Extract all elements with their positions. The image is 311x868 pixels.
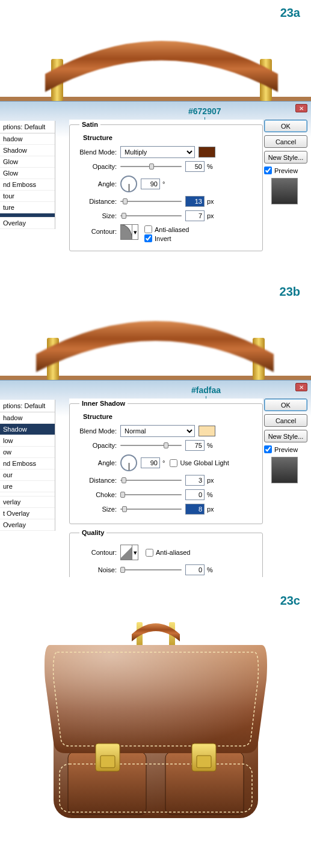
contour-label: Contour: [76, 224, 120, 235]
svg-rect-16 [197, 756, 211, 768]
distance-unit: px [207, 477, 214, 484]
style-item[interactable]: Glow [0, 168, 55, 179]
noise-slider[interactable] [120, 566, 182, 574]
noise-label: Noise: [76, 566, 120, 573]
size-input[interactable] [185, 504, 205, 515]
layer-style-dialog-a: ✕ #672907 ptions: Default hadow Shadow G… [0, 101, 311, 268]
style-item[interactable]: tour [0, 191, 55, 202]
angle-label: Angle: [76, 459, 120, 466]
opacity-input[interactable] [185, 440, 205, 451]
style-item[interactable]: hadow [0, 412, 55, 424]
cancel-button[interactable]: Cancel [264, 135, 307, 148]
satin-panel: Satin Structure Blend Mode: Multiply Opa… [69, 120, 263, 256]
style-item[interactable]: nd Emboss [0, 179, 55, 191]
distance-input[interactable] [185, 475, 205, 486]
preview-thumbnail [271, 457, 298, 483]
angle-label: Angle: [76, 180, 120, 188]
noise-unit: % [207, 566, 213, 573]
style-item-selected[interactable] [0, 213, 55, 218]
angle-dial[interactable] [120, 176, 137, 192]
final-result [0, 608, 311, 848]
style-item[interactable]: t Overlay [0, 508, 55, 519]
blend-mode-label: Blend Mode: [76, 148, 120, 156]
styles-list-a: ptions: Default hadow Shadow Glow Glow n… [0, 121, 55, 229]
style-item[interactable]: low [0, 435, 55, 447]
style-item[interactable]: our [0, 469, 55, 481]
angle-dial[interactable] [120, 454, 137, 471]
style-item[interactable]: hadow [0, 133, 55, 145]
size-unit: px [207, 506, 214, 513]
color-swatch[interactable] [199, 426, 215, 436]
styles-header: ptions: Default [0, 121, 55, 133]
blend-mode-select[interactable]: Normal [120, 425, 195, 437]
opacity-slider[interactable] [120, 441, 182, 450]
angle-input[interactable] [141, 179, 160, 189]
angle-input[interactable] [141, 457, 160, 468]
styles-header: ptions: Default [0, 400, 55, 412]
structure-label: Structure [83, 413, 256, 420]
new-style-button[interactable]: New Style... [264, 430, 307, 442]
invert-checkbox[interactable]: Invert [144, 234, 189, 242]
preview-checkbox[interactable]: Preview [264, 445, 307, 453]
cancel-button[interactable]: Cancel [264, 414, 307, 427]
distance-label: Distance: [76, 198, 120, 205]
size-label: Size: [76, 212, 120, 219]
size-slider[interactable] [120, 505, 182, 513]
style-item-selected[interactable]: Shadow [0, 424, 55, 435]
distance-unit: px [207, 198, 214, 205]
dialog-buttons-a: OK Cancel New Style... Preview [264, 120, 307, 204]
preview-thumbnail [271, 178, 298, 204]
blend-mode-select[interactable]: Multiply [120, 146, 195, 158]
close-icon[interactable]: ✕ [295, 104, 307, 112]
style-item[interactable]: Overlay [0, 218, 55, 229]
style-item[interactable]: ow [0, 447, 55, 458]
style-item[interactable]: nd Emboss [0, 458, 55, 469]
step-label-c: 23c [0, 588, 311, 608]
blend-mode-label: Blend Mode: [76, 427, 120, 435]
contour-picker[interactable]: ▾ [120, 224, 138, 240]
angle-unit: ° [162, 459, 165, 466]
angle-unit: ° [162, 180, 165, 188]
style-item[interactable]: ure [0, 481, 55, 492]
fieldset-legend: Satin [79, 121, 100, 128]
choke-slider[interactable] [120, 491, 182, 499]
distance-slider[interactable] [120, 476, 182, 484]
chevron-down-icon[interactable]: ▾ [132, 225, 138, 239]
distance-slider[interactable] [120, 197, 182, 206]
noise-input[interactable] [185, 564, 205, 575]
styles-list-b: ptions: Default hadow Shadow low ow nd E… [0, 400, 55, 531]
dialog-buttons-b: OK Cancel New Style... Preview [264, 399, 307, 483]
anti-aliased-checkbox[interactable]: Anti-aliased [146, 549, 190, 557]
close-icon[interactable]: ✕ [295, 383, 307, 391]
opacity-input[interactable] [185, 161, 205, 172]
style-item[interactable] [0, 492, 55, 497]
new-style-button[interactable]: New Style... [264, 151, 307, 164]
style-item[interactable]: Shadow [0, 145, 55, 156]
quality-legend: Quality [79, 529, 106, 536]
distance-input[interactable] [185, 196, 205, 207]
size-label: Size: [76, 506, 120, 513]
style-item[interactable]: Overlay [0, 519, 55, 531]
opacity-slider[interactable] [120, 162, 182, 171]
contour-label: Contour: [76, 549, 120, 556]
contour-picker[interactable]: ▾ [120, 545, 138, 560]
ok-button[interactable]: OK [264, 399, 307, 411]
use-global-light-checkbox[interactable]: Use Global Light [170, 459, 229, 467]
chevron-down-icon[interactable]: ▾ [132, 545, 138, 560]
layer-style-dialog-b: ✕ #fadfaa ptions: Default hadow Shadow l… [0, 380, 311, 577]
style-item[interactable]: ture [0, 202, 55, 213]
preview-checkbox[interactable]: Preview [264, 167, 307, 174]
opacity-unit: % [207, 163, 213, 170]
handle-preview-b [0, 305, 311, 380]
style-item[interactable]: Glow [0, 156, 55, 168]
choke-input[interactable] [185, 489, 205, 500]
size-input[interactable] [185, 210, 205, 221]
ok-button[interactable]: OK [264, 120, 307, 132]
inner-shadow-panel: Inner Shadow Structure Blend Mode: Norma… [69, 399, 263, 577]
handle-preview-a [0, 26, 311, 101]
size-slider[interactable] [120, 212, 182, 220]
anti-aliased-checkbox[interactable]: Anti-aliased [144, 225, 189, 233]
svg-rect-14 [100, 756, 115, 768]
style-item[interactable]: verlay [0, 497, 55, 508]
color-swatch[interactable] [199, 147, 215, 157]
